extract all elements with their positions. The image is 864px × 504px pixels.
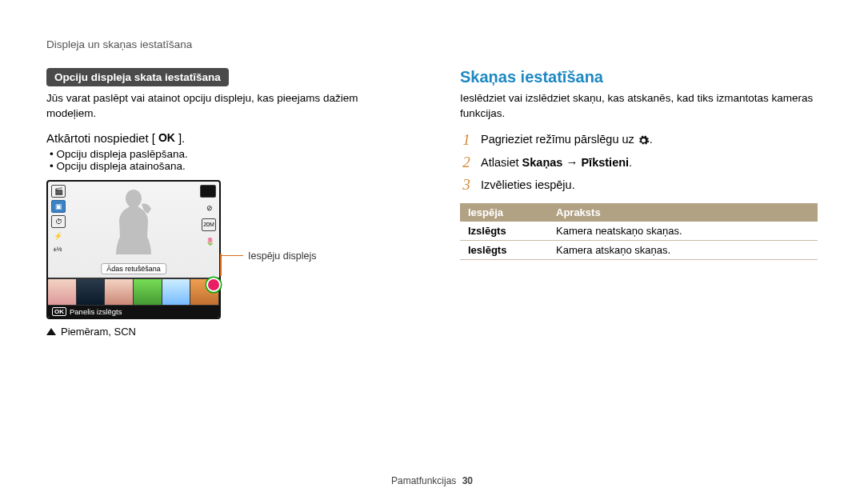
step-post: . xyxy=(629,156,632,169)
lcd-with-callout: 🎬 ▣ ⏱ ⚡ ±½ ⊘ 20M 🌷 xyxy=(46,180,404,319)
intro-text: Jūs varat paslēpt vai atainot opciju dis… xyxy=(46,91,404,122)
timer-icon: ⏱ xyxy=(51,215,66,228)
mode-icon: ▣ xyxy=(51,200,66,213)
step-post: . xyxy=(650,133,653,146)
ok-mini-icon: OK xyxy=(52,307,66,316)
arrow-right-icon: → xyxy=(566,155,578,169)
flash-icon: ⚡ xyxy=(51,230,64,242)
film-thumb xyxy=(77,279,106,305)
step-pre: Atlasiet xyxy=(481,156,522,169)
film-thumb xyxy=(162,279,191,305)
instruction-line: Atkārtoti nospiediet [ OK ]. xyxy=(46,131,404,145)
callout-label: Iespēju displejs xyxy=(248,250,316,262)
page-footer: Pamatfunkcijas 30 xyxy=(0,475,864,486)
lcd-footer: OK Panelis izslēgts xyxy=(48,306,219,318)
step-text: Izvēlieties iespēju. xyxy=(481,178,575,191)
left-column: Opciju displeja skata iestatīšana Jūs va… xyxy=(46,68,404,338)
ev-icon: ±½ xyxy=(51,244,64,255)
film-thumb xyxy=(105,279,134,305)
lcd-tooltip: Ādas retušēšana xyxy=(101,263,166,274)
description-cell: Kamera neatskaņo skaņas. xyxy=(548,222,818,241)
bullet-list: Opciju displeja paslēpšana. Opciju displ… xyxy=(46,148,404,172)
table-row: Izslēgts Kamera neatskaņo skaņas. xyxy=(460,222,818,241)
macro-icon: 🌷 xyxy=(203,236,216,247)
instruction-pre: Atkārtoti nospiediet [ xyxy=(46,131,155,145)
step-text: Atlasiet Skaņas → Pīkstieni. xyxy=(481,155,632,169)
no-flash-icon: ⊘ xyxy=(203,202,216,214)
bullet-item: Opciju displeja paslēpšana. xyxy=(50,148,404,160)
lcd-icons-right: ⊘ 20M 🌷 xyxy=(200,185,216,247)
triangle-up-icon xyxy=(46,328,56,335)
two-column-layout: Opciju displeja skata iestatīšana Jūs va… xyxy=(46,68,818,338)
manual-page: Displeja un skaņas iestatīšana Opciju di… xyxy=(0,0,864,504)
page-header: Displeja un skaņas iestatīšana xyxy=(46,38,818,50)
film-thumb xyxy=(48,279,77,305)
lcd-caption: Piemēram, SCN xyxy=(46,326,404,338)
step-number: 3 xyxy=(460,176,473,194)
instruction-post: ]. xyxy=(178,131,185,145)
step-number: 2 xyxy=(460,154,473,171)
camera-lcd-mock: 🎬 ▣ ⏱ ⚡ ±½ ⊘ 20M 🌷 xyxy=(46,180,221,319)
step-item: 2 Atlasiet Skaņas → Pīkstieni. xyxy=(460,154,818,171)
step-item: 1 Pagrieziet režīmu pārslēgu uz . xyxy=(460,131,818,149)
subsection-pill: Opciju displeja skata iestatīšana xyxy=(46,68,229,86)
step-number: 1 xyxy=(460,131,473,149)
flower-overlay-icon xyxy=(206,278,221,292)
option-cell: Ieslēgts xyxy=(460,240,548,259)
callout: Iespēju displejs xyxy=(221,250,316,262)
description-cell: Kamera atskaņo skaņas. xyxy=(548,240,818,259)
numbered-steps: 1 Pagrieziet režīmu pārslēgu uz . 2 Atla… xyxy=(460,131,818,194)
step-pre: Pagrieziet režīmu pārslēgu uz xyxy=(481,133,638,146)
section-heading: Skaņas iestatīšana xyxy=(460,68,818,86)
size-icon: 20M xyxy=(202,218,216,231)
footer-section: Pamatfunkcijas xyxy=(391,475,456,486)
gear-icon xyxy=(638,134,650,146)
caption-text: Piemēram, SCN xyxy=(61,326,136,338)
option-filmstrip xyxy=(48,278,219,306)
film-thumb xyxy=(134,279,162,305)
lcd-footer-text: Panelis izslēgts xyxy=(70,307,122,316)
table-row: Ieslēgts Kamera atskaņo skaņas. xyxy=(460,240,818,259)
lcd-main-area: 🎬 ▣ ⏱ ⚡ ±½ ⊘ 20M 🌷 xyxy=(48,182,219,278)
table-header-option: Iespēja xyxy=(460,203,548,222)
page-number: 30 xyxy=(462,475,473,486)
right-column: Skaņas iestatīšana Ieslēdziet vai izslēd… xyxy=(460,68,818,338)
table-header-description: Apraksts xyxy=(548,203,818,222)
battery-icon xyxy=(200,185,216,198)
step-bold: Skaņas xyxy=(522,156,563,169)
bullet-item: Opciju displeja atainošana. xyxy=(50,160,404,172)
section-intro: Ieslēdziet vai izslēdziet skaņu, kas ats… xyxy=(460,91,818,122)
step-text: Pagrieziet režīmu pārslēgu uz . xyxy=(481,133,653,146)
step-bold: Pīkstieni xyxy=(581,156,629,169)
option-cell: Izslēgts xyxy=(460,222,548,241)
subject-silhouette xyxy=(102,186,166,260)
options-table: Iespēja Apraksts Izslēgts Kamera neatska… xyxy=(460,203,818,260)
movie-icon: 🎬 xyxy=(51,185,66,198)
lcd-icons-left: 🎬 ▣ ⏱ ⚡ ±½ xyxy=(51,185,66,255)
ok-button-label: OK xyxy=(158,131,175,144)
callout-line xyxy=(221,255,243,256)
step-item: 3 Izvēlieties iespēju. xyxy=(460,176,818,194)
